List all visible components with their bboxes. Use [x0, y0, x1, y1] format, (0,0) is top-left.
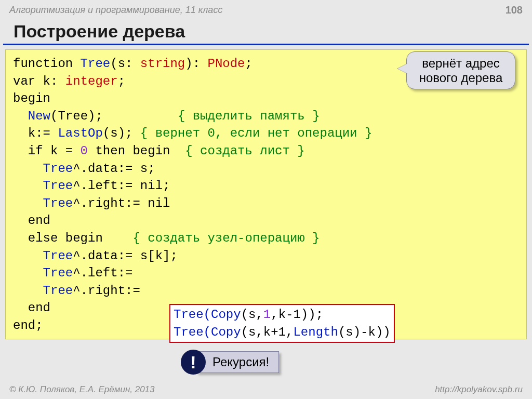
- code-text: [13, 249, 43, 263]
- literal-one: 1: [263, 308, 271, 322]
- fn-new: New: [28, 109, 50, 123]
- code-text: ;: [245, 57, 252, 71]
- kw-end: end: [13, 301, 50, 315]
- id-tree: Tree: [43, 284, 73, 298]
- code-text: var k:: [13, 74, 58, 88]
- id-tree: Tree: [73, 57, 110, 71]
- recursion-label: Рекурсия!: [196, 351, 279, 373]
- callout-bubble: вернёт адрес нового дерева: [406, 51, 515, 89]
- code-text: [13, 196, 43, 210]
- slide-footer: © К.Ю. Поляков, Е.А. Ерёмин, 2013 http:/…: [0, 384, 532, 395]
- code-text: (s,k+1,: [241, 325, 294, 339]
- code-text: (s)-k)): [338, 325, 391, 339]
- code-text: ^.left:=: [73, 266, 132, 280]
- id-tree: Tree: [43, 196, 73, 210]
- fn-copy: (Copy: [204, 308, 241, 322]
- code-text: ,k-1));: [271, 308, 323, 322]
- type-pnode: PNode: [200, 57, 245, 71]
- comment: { вернет 0, если нет операции }: [132, 126, 372, 140]
- id-tree: Tree: [174, 325, 204, 339]
- code-text: ^.right:=: [73, 284, 140, 298]
- slide-header: Алгоритмизация и программирование, 11 кл…: [0, 0, 532, 18]
- slide-title: Построение дерева: [3, 18, 529, 45]
- literal-zero: 0: [73, 144, 88, 158]
- code-text: (s);: [103, 126, 133, 140]
- code-text: (s:: [110, 57, 132, 71]
- kw-end: end: [13, 214, 50, 228]
- copyright-text: © К.Ю. Поляков, Е.А. Ерёмин, 2013: [9, 384, 155, 395]
- code-text: [13, 109, 28, 123]
- kw-begin: begin: [13, 91, 50, 105]
- comment: { выделить память }: [178, 109, 320, 123]
- code-text: if k =: [13, 144, 73, 158]
- code-text: (s,: [241, 308, 263, 322]
- code-text: ):: [185, 57, 200, 71]
- comment: { создать узел-операцию }: [132, 231, 320, 245]
- type-integer: integer: [58, 74, 117, 88]
- code-text: ^.data:= s[k];: [73, 249, 178, 263]
- id-tree: Tree: [43, 162, 73, 176]
- code-text: [13, 179, 43, 193]
- code-text: [13, 162, 43, 176]
- callout-text: вернёт адрес нового дерева: [419, 56, 503, 85]
- code-block: function Tree(s: string): PNode; var k: …: [5, 49, 527, 339]
- recursion-highlight-box: Tree(Copy(s,1,k-1)); Tree(Copy(s,k+1,Len…: [169, 304, 395, 343]
- code-text: k:=: [13, 126, 50, 140]
- code-text: then begin: [88, 144, 185, 158]
- id-tree: Tree: [43, 179, 73, 193]
- code-text: [103, 109, 178, 123]
- id-tree: Tree: [174, 308, 204, 322]
- code-text: [13, 266, 43, 280]
- code-text: ;: [118, 74, 125, 88]
- id-tree: Tree: [43, 266, 73, 280]
- kw-function: function: [13, 57, 73, 71]
- slide-body: function Tree(s: string): PNode; var k: …: [5, 49, 527, 339]
- fn-lastop: LastOp: [50, 126, 103, 140]
- code-text: else begin: [13, 231, 132, 245]
- code-text: ^.data:= s;: [73, 162, 155, 176]
- code-text: ^.left:= nil;: [73, 179, 170, 193]
- code-text: ^.right:= nil: [73, 196, 170, 210]
- recursion-badge: ! Рекурсия!: [181, 350, 279, 375]
- code-text: [13, 284, 43, 298]
- fn-copy: (Copy: [204, 325, 241, 339]
- exclamation-text: !: [190, 352, 196, 373]
- footer-url: http://kpolyakov.spb.ru: [435, 384, 523, 395]
- comment: { создать лист }: [185, 144, 304, 158]
- page-number: 108: [506, 4, 523, 16]
- kw-end: end;: [13, 318, 43, 332]
- fn-length: Length: [293, 325, 338, 339]
- id-tree: Tree: [43, 249, 73, 263]
- type-string: string: [132, 57, 185, 71]
- code-text: (Tree);: [50, 109, 103, 123]
- exclamation-icon: !: [181, 350, 206, 375]
- subject-label: Алгоритмизация и программирование, 11 кл…: [9, 5, 222, 16]
